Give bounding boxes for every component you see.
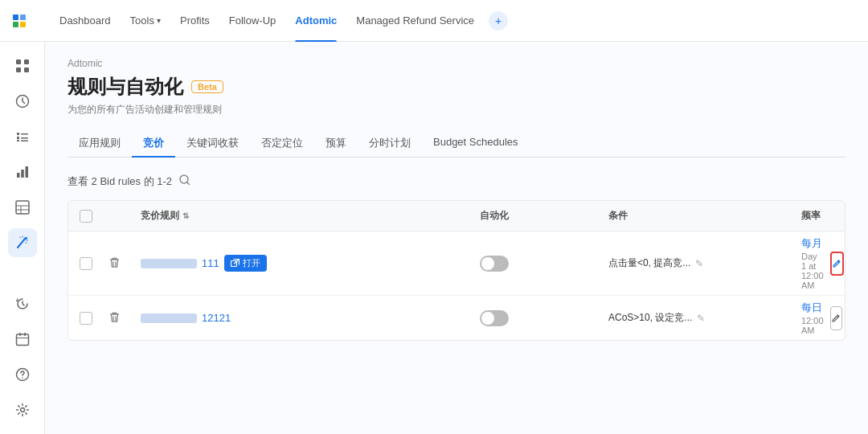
sidebar-icon-clock[interactable] — [8, 87, 37, 116]
row1-frequency: 每月 Day 1 at 12:00 AM — [801, 236, 824, 290]
row1-edit-button[interactable] — [830, 252, 844, 276]
svg-rect-1 — [24, 59, 29, 64]
tab-apply-rules[interactable]: 应用规则 — [68, 129, 132, 157]
svg-rect-0 — [16, 59, 21, 64]
th-delete — [104, 210, 136, 223]
row1-automation-cell — [475, 251, 604, 276]
sidebar-icon-list[interactable] — [8, 122, 37, 151]
search-bar: 查看 2 Bid rules 的 1-2 — [68, 174, 845, 189]
th-condition: 条件 — [604, 203, 636, 229]
nav-dashboard[interactable]: Dashboard — [51, 0, 119, 42]
search-results-text: 查看 2 Bid rules 的 1-2 — [68, 174, 172, 189]
nav-followup[interactable]: Follow-Up — [221, 0, 285, 42]
row1-open-button[interactable]: 打开 — [224, 255, 267, 272]
svg-rect-8 — [21, 137, 28, 139]
svg-rect-14 — [16, 201, 29, 214]
row2-frequency: 每日 12:00 AM — [801, 301, 824, 335]
row1-condition-cell: 点击量<0, 提高竞... ✎ — [604, 252, 796, 275]
select-all-checkbox[interactable] — [80, 210, 92, 223]
row2-freq-label: 每日 — [801, 301, 824, 315]
svg-rect-3 — [24, 68, 29, 72]
logo-block-2 — [20, 14, 26, 20]
row2-name-text[interactable]: 12121 — [202, 312, 231, 324]
nav-adtomic[interactable]: Adtomic — [287, 0, 345, 42]
nav-tools[interactable]: Tools ▾ — [122, 0, 169, 42]
th-cond-edit — [636, 210, 796, 223]
svg-point-21 — [20, 408, 24, 412]
svg-rect-6 — [21, 133, 28, 135]
sidebar-icon-settings[interactable] — [8, 395, 37, 424]
row1-condition-text: 点击量<0, 提高竞... — [608, 256, 690, 270]
svg-rect-11 — [17, 173, 20, 178]
search-icon[interactable] — [178, 174, 191, 189]
row1-checkbox[interactable] — [80, 257, 92, 270]
tab-time-schedule[interactable]: 分时计划 — [358, 129, 422, 157]
sidebar-icon-help[interactable] — [8, 360, 37, 389]
row1-condition-edit[interactable]: ✎ — [695, 258, 703, 269]
tab-bid[interactable]: 竞价 — [132, 129, 175, 157]
svg-rect-7 — [17, 137, 19, 139]
sidebar-icon-grid[interactable] — [8, 51, 37, 80]
row1-toggle[interactable] — [480, 256, 509, 272]
rules-table: 竞价规则 ⇅ 自动化 条件 频率 — [68, 200, 845, 341]
row2-name-cell: 12121 — [136, 307, 475, 329]
row2-checkbox[interactable] — [80, 312, 92, 325]
svg-rect-5 — [17, 133, 19, 135]
nav-managed-refund[interactable]: Managed Refund Service — [348, 0, 482, 42]
sort-icon[interactable]: ⇅ — [182, 211, 189, 220]
sidebar-icon-table[interactable] — [8, 193, 37, 222]
logo-block-3 — [13, 22, 18, 27]
sidebar-icon-wand[interactable] — [8, 228, 37, 257]
main-layout: Adtomic 规则与自动化 Beta 为您的所有广告活动创建和管理规则 应用规… — [0, 42, 868, 434]
row1-freq-label: 每月 — [801, 236, 824, 251]
table-row: 12121 ACoS>10, 设定竞... ✎ 每日 12:00 AM — [68, 296, 845, 340]
row2-name-blur — [141, 313, 197, 323]
row2-toggle[interactable] — [480, 310, 509, 326]
top-nav: Dashboard Tools ▾ Profits Follow-Up Adto… — [0, 0, 868, 42]
sidebar-icon-history[interactable] — [8, 289, 37, 318]
th-frequency: 频率 — [796, 203, 838, 229]
beta-badge: Beta — [191, 80, 223, 93]
svg-rect-13 — [25, 166, 28, 178]
main-content: Adtomic 规则与自动化 Beta 为您的所有广告活动创建和管理规则 应用规… — [45, 42, 868, 434]
tab-keyword-harvest[interactable]: 关键词收获 — [175, 129, 250, 157]
row2-condition-cell: ACoS>10, 设定竞... ✎ — [604, 306, 796, 330]
sidebar-icon-calendar[interactable] — [8, 325, 37, 354]
table-header: 竞价规则 ⇅ 自动化 条件 频率 — [68, 201, 845, 231]
nav-plus-button[interactable]: + — [489, 11, 508, 31]
sidebar — [0, 42, 45, 434]
logo-block-1 — [13, 14, 18, 20]
nav-profits[interactable]: Profits — [172, 0, 218, 42]
th-automation: 自动化 — [475, 203, 604, 229]
row1-delete-icon[interactable] — [108, 258, 121, 271]
logo — [13, 14, 39, 27]
row2-condition-text: ACoS>10, 设定竞... — [608, 311, 692, 325]
row1-freq-sub: Day 1 at 12:00 AM — [801, 252, 824, 290]
logo-block-4 — [20, 22, 26, 27]
th-spacer — [411, 210, 475, 223]
row2-delete-icon[interactable] — [108, 313, 121, 326]
svg-rect-10 — [21, 141, 28, 142]
tab-budget-schedules[interactable]: Budget Schedules — [422, 129, 530, 157]
svg-rect-9 — [17, 140, 19, 141]
row2-edit-button[interactable] — [830, 306, 842, 330]
row1-frequency-cell: 每月 Day 1 at 12:00 AM — [796, 231, 838, 295]
sidebar-icon-bar-chart[interactable] — [8, 158, 37, 186]
row1-name-cell: 111 打开 — [136, 250, 475, 276]
tab-negative-targeting[interactable]: 否定定位 — [250, 129, 314, 157]
row1-delete-cell — [104, 252, 136, 276]
svg-rect-18 — [16, 334, 28, 346]
table-row: 111 打开 点击量<0, 提高竞... ✎ — [68, 231, 845, 296]
breadcrumb: Adtomic — [68, 58, 845, 69]
row2-frequency-cell: 每日 12:00 AM — [796, 296, 838, 340]
row1-name-text[interactable]: 111 — [202, 257, 219, 269]
row2-checkbox-cell — [75, 307, 104, 330]
page-subtitle: 为您的所有广告活动创建和管理规则 — [68, 103, 845, 117]
row1-name-blur — [141, 259, 197, 268]
row1-checkbox-cell — [75, 252, 104, 275]
tab-budget[interactable]: 预算 — [314, 129, 358, 157]
row2-automation-cell — [475, 305, 604, 331]
row2-freq-sub: 12:00 AM — [801, 316, 824, 335]
tabs: 应用规则 竞价 关键词收获 否定定位 预算 分时计划 Budget Schedu… — [68, 129, 845, 158]
row2-condition-edit[interactable]: ✎ — [697, 313, 705, 324]
